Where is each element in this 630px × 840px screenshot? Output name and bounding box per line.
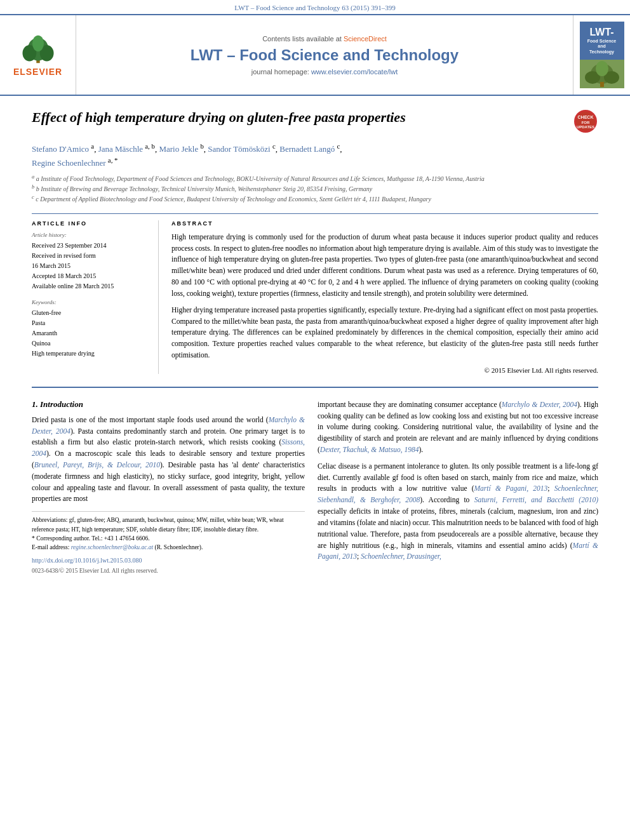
history-revised-date: 16 March 2015	[32, 261, 149, 271]
article-info-header: Article Info	[32, 220, 149, 227]
corresponding-author-line: * Corresponding author. Tel.: +43 1 4765…	[32, 534, 305, 543]
introduction-section: 1. Introduction Dried pasta is one of th…	[32, 399, 598, 576]
intro-right-col: important because they are dominating co…	[318, 399, 598, 576]
elsevier-logo: ELSEVIER	[13, 33, 62, 77]
history-revised-label: Received in revised form	[32, 251, 149, 261]
science-direct-link[interactable]: ScienceDirect	[344, 35, 387, 43]
elsevier-tree-icon	[19, 33, 57, 65]
ref-dexter[interactable]: Dexter, Tkachuk, & Matsuo, 1984	[320, 446, 419, 453]
intro-right-text: important because they are dominating co…	[318, 399, 598, 563]
history-accepted: Accepted 18 March 2015	[32, 271, 149, 281]
history-online: Available online 28 March 2015	[32, 281, 149, 291]
ref-sissons[interactable]: Sissons, 2004	[32, 438, 305, 457]
svg-text:UPDATES: UPDATES	[577, 125, 594, 129]
authors-text: Stefano D'Amico a, Jana Mäschle a, b, Ma…	[32, 144, 342, 168]
lwt-badge-top: LWT-	[589, 27, 613, 38]
ref-saturni[interactable]: Saturni, Ferretti, and Bacchetti (2010)	[474, 496, 598, 503]
two-col-info-abstract: Article Info Article history: Received 2…	[32, 213, 598, 374]
intro-left-col: 1. Introduction Dried pasta is one of th…	[32, 399, 305, 576]
abstract-column: Abstract High temperature drying is comm…	[171, 220, 598, 374]
journal-citation: LWT – Food Science and Technology 63 (20…	[234, 4, 395, 11]
journal-title: LWT – Food Science and Technology	[191, 46, 459, 64]
doi-line[interactable]: http://dx.doi.org/10.1016/j.lwt.2015.03.…	[32, 556, 305, 565]
authors: Stefano D'Amico a, Jana Mäschle a, b, Ma…	[32, 140, 598, 170]
lwt-badge-image	[580, 60, 624, 88]
header-right: LWT- Food Scienceand Technology	[573, 15, 630, 95]
copyright-line: © 2015 Elsevier Ltd. All rights reserved…	[171, 366, 598, 374]
header-section: ELSEVIER Contents lists available at Sci…	[0, 15, 630, 96]
lwt-badge-container: LWT- Food Scienceand Technology	[580, 22, 624, 88]
article-history: Article history: Received 23 September 2…	[32, 232, 149, 291]
header-center: Contents lists available at ScienceDirec…	[76, 15, 573, 95]
crossmark-icon: CHECK FOR UPDATES	[574, 110, 597, 133]
footer-issn-line: 0023-6438/© 2015 Elsevier Ltd. All right…	[32, 566, 305, 575]
abstract-text: High temperature drying is commonly used…	[171, 232, 598, 361]
article-title: Effect of high temperature drying on glu…	[32, 109, 560, 127]
homepage-link[interactable]: www.elsevier.com/locate/lwt	[311, 68, 398, 76]
section-divider	[32, 387, 598, 388]
crossmark-badge[interactable]: CHECK FOR UPDATES	[573, 109, 598, 134]
history-label: Article history:	[32, 232, 149, 238]
affiliation-a: a a Institute of Food Technology, Depart…	[32, 173, 598, 183]
keyword-quinoa: Quinoa	[32, 338, 149, 349]
keyword-amaranth: Amaranth	[32, 328, 149, 338]
ref-marchylo-2004-2[interactable]: Marchylo & Dexter, 2004	[502, 401, 577, 408]
ref-marti-pagani[interactable]: Martí & Pagani, 2013	[474, 484, 548, 492]
footnote-area: Abbreviations: gf, gluten-free; ABQ, ama…	[32, 511, 305, 575]
svg-point-4	[32, 36, 43, 51]
affiliations: a a Institute of Food Technology, Depart…	[32, 173, 598, 204]
ref-bruneel[interactable]: Bruneel, Pareyt, Brijs, & Delcour, 2010	[34, 461, 160, 469]
svg-text:FOR: FOR	[582, 121, 590, 124]
elsevier-logo-area: ELSEVIER	[0, 15, 76, 95]
intro-para-3: Celiac disease is a permanent intoleranc…	[318, 461, 598, 563]
keyword-gluten-free: Gluten-free	[32, 308, 149, 318]
affiliation-c: c c Department of Applied Biotechnology …	[32, 194, 598, 204]
abstract-paragraph-1: High temperature drying is commonly used…	[171, 232, 598, 300]
elsevier-wordmark: ELSEVIER	[13, 67, 62, 77]
lwt-badge-subtitle: Food Scienceand Technology	[586, 39, 618, 55]
author-lango[interactable]: Bernadett Langó	[279, 144, 335, 154]
ref-marti-pagani-2[interactable]: Martí & Pagani, 2013	[318, 542, 598, 561]
lwt-badge-illustration	[580, 60, 624, 88]
crossmark-svg: CHECK FOR UPDATES	[575, 111, 596, 131]
svg-text:CHECK: CHECK	[578, 115, 594, 119]
author-tomoskozi[interactable]: Sandor Tömösközi	[208, 144, 270, 154]
svg-rect-10	[600, 82, 604, 87]
abbreviations-line: Abbreviations: gf, gluten-free; ABQ, ama…	[32, 516, 305, 534]
affiliation-b: b b Institute of Brewing and Beverage Te…	[32, 183, 598, 194]
article-title-section: Effect of high temperature drying on glu…	[32, 109, 598, 134]
main-content: Effect of high temperature drying on glu…	[0, 96, 630, 840]
lwt-badge: LWT- Food Scienceand Technology	[580, 22, 624, 60]
history-received: Received 23 September 2014	[32, 241, 149, 251]
keyword-pasta: Pasta	[32, 318, 149, 328]
keyword-high-temp: High temperature drying	[32, 349, 149, 359]
page-wrapper: LWT – Food Science and Technology 63 (20…	[0, 0, 630, 840]
intro-para-2: important because they are dominating co…	[318, 399, 598, 456]
email-link[interactable]: regine.schoenlechner@boku.ac.at	[71, 544, 153, 550]
ref-schoenlechner-drausinger[interactable]: Schoenlechner, Drausinger,	[361, 552, 441, 560]
keywords-section: Keywords: Gluten-free Pasta Amaranth Qui…	[32, 299, 149, 359]
intro-para-1: Dried pasta is one of the most important…	[32, 415, 305, 505]
abstract-header: Abstract	[171, 220, 598, 227]
author-jekle[interactable]: Mario Jekle	[159, 144, 198, 154]
journal-bar: LWT – Food Science and Technology 63 (20…	[0, 0, 630, 15]
journal-homepage: journal homepage: www.elsevier.com/locat…	[251, 68, 398, 76]
abstract-paragraph-2: Higher drying temperature increased past…	[171, 305, 598, 361]
article-info-column: Article Info Article history: Received 2…	[32, 220, 159, 374]
email-line: E-mail address: regine.schoenlechner@bok…	[32, 543, 305, 552]
contents-line: Contents lists available at ScienceDirec…	[262, 35, 387, 43]
ref-marchylo-2004-1[interactable]: Marchylo & Dexter, 2004	[32, 416, 305, 435]
intro-heading: 1. Introduction	[32, 399, 305, 410]
author-schoenlechner[interactable]: Regine Schoenlechner	[32, 158, 106, 168]
intro-left-text: Dried pasta is one of the most important…	[32, 415, 305, 505]
keywords-label: Keywords:	[32, 299, 149, 305]
svg-point-9	[596, 61, 608, 76]
author-maschle[interactable]: Jana Mäschle	[98, 144, 143, 154]
author-damico[interactable]: Stefano D'Amico	[32, 144, 89, 154]
